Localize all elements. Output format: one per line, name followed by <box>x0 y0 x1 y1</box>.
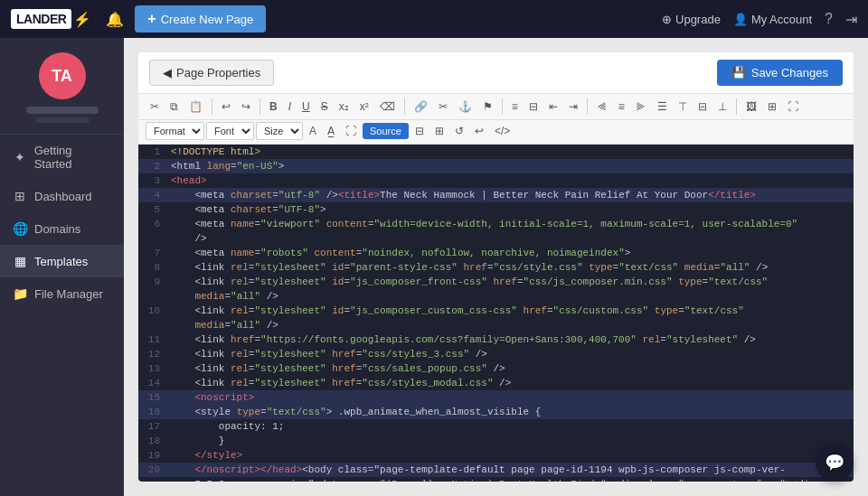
align-top-button[interactable]: ⊤ <box>674 98 692 116</box>
sidebar-item-dashboard[interactable]: ⊞ Dashboard <box>0 180 124 212</box>
align-middle-button[interactable]: ⊟ <box>693 98 712 116</box>
sidebar-item-getting-started[interactable]: ✦ Getting Started <box>0 135 124 180</box>
toolbar-separator-4 <box>502 98 503 115</box>
upgrade-label: Upgrade <box>675 13 721 26</box>
create-page-button[interactable]: + Create New Page <box>135 5 266 33</box>
table-row: 4 <meta charset="utf-8" /><title>The Nec… <box>138 188 854 202</box>
toolbar-separator <box>212 98 212 115</box>
bold-button[interactable]: B <box>265 98 282 116</box>
superscript-button[interactable]: x² <box>355 98 373 116</box>
outdent-button[interactable]: ⇤ <box>544 98 562 116</box>
expand-button[interactable]: ⛶ <box>783 98 803 116</box>
templates-icon: ▦ <box>13 254 27 268</box>
align-left-button[interactable]: ⫷ <box>592 98 612 116</box>
align-bottom-button[interactable]: ⊥ <box>713 98 731 116</box>
sidebar-item-label: Dashboard <box>34 190 92 203</box>
format-select[interactable]: Format <box>146 122 204 140</box>
table-row: 6 <meta name="viewport" content="width=d… <box>138 217 854 231</box>
bg-color-button[interactable]: A̲ <box>323 122 339 140</box>
line-number: 20 <box>138 463 167 477</box>
view-button[interactable]: ⊞ <box>430 122 448 140</box>
save-button[interactable]: 💾 Save Changes <box>717 60 843 86</box>
logo-bolt-icon: ⚡ <box>73 11 91 28</box>
table-row: 3<head> <box>138 173 854 188</box>
sidebar-item-label: Templates <box>34 255 88 268</box>
avatar-name-bar <box>26 107 99 114</box>
align-justify-button[interactable]: ☰ <box>653 98 672 116</box>
code-button[interactable]: ⊟ <box>410 122 429 140</box>
italic-button[interactable]: I <box>284 98 296 116</box>
line-content: <meta name="viewport" content="width=dev… <box>167 217 854 231</box>
getting-started-icon: ✦ <box>13 150 27 164</box>
line-number: 11 <box>138 332 167 347</box>
size-select[interactable]: Size <box>256 122 303 140</box>
sidebar-item-domains[interactable]: 🌐 Domains <box>0 212 124 245</box>
line-content: <link rel="stylesheet" id="js_composer_c… <box>167 304 854 318</box>
back-button[interactable]: ◀ Page Properties <box>149 60 274 86</box>
editor-topbar: ◀ Page Properties 💾 Save Changes <box>138 52 854 94</box>
indent-button[interactable]: ⇥ <box>564 98 582 116</box>
table-row: 10 <link rel="stylesheet" id="js_compose… <box>138 304 854 318</box>
undo-button[interactable]: ↩ <box>217 98 235 116</box>
align-center-button[interactable]: ≡ <box>614 98 629 116</box>
list-ol-button[interactable]: ⊟ <box>524 98 542 116</box>
font-select[interactable]: Font <box>206 122 254 140</box>
dashboard-icon: ⊞ <box>13 189 27 203</box>
unlink-button[interactable]: ✂ <box>434 98 452 116</box>
strikethrough-button[interactable]: S <box>316 98 333 116</box>
cut-button[interactable]: ✂ <box>146 98 164 116</box>
line-number <box>138 231 167 246</box>
undo2-button[interactable]: ↩ <box>470 122 488 140</box>
account-button[interactable]: 👤 My Account <box>733 13 812 26</box>
line-content: <link rel="stylesheet" href="css/sales_p… <box>167 361 854 376</box>
list-ul-button[interactable]: ≡ <box>507 98 523 116</box>
line-number: 1 <box>138 145 167 159</box>
logout-icon[interactable]: ⇥ <box>845 11 857 28</box>
help-icon[interactable]: ? <box>825 11 833 27</box>
link-button[interactable]: 🔗 <box>410 98 432 116</box>
copy-button[interactable]: ⧉ <box>165 98 183 116</box>
redo-button[interactable]: ↪ <box>237 98 255 116</box>
image-button[interactable]: 🖼 <box>741 98 761 116</box>
line-number: 3 <box>138 173 167 188</box>
upgrade-button[interactable]: ⊕ Upgrade <box>662 13 721 26</box>
table-row: 20 </noscript></head><body class="page-t… <box>138 463 854 477</box>
subscript-button[interactable]: x₂ <box>335 98 354 116</box>
font-color-button[interactable]: A <box>305 122 321 140</box>
eraser-button[interactable]: ⌫ <box>375 98 400 116</box>
notification-bell-icon[interactable]: 🔔 <box>106 11 124 28</box>
remove-format-button[interactable]: ↺ <box>450 122 468 140</box>
navbar-right: ⊕ Upgrade 👤 My Account ? ⇥ <box>662 11 857 28</box>
code-view-button[interactable]: </> <box>490 122 514 140</box>
save-icon: 💾 <box>731 66 746 80</box>
navbar: LANDER ⚡ 🔔 + Create New Page ⊕ Upgrade 👤… <box>0 0 868 38</box>
align-right-button[interactable]: ⫸ <box>631 98 651 116</box>
line-number: 17 <box>138 419 167 434</box>
editor-panel: ◀ Page Properties 💾 Save Changes ✂ ⧉ 📋 ↩… <box>138 52 854 482</box>
fullscreen-button[interactable]: ⛶ <box>341 122 361 140</box>
line-content: } <box>167 434 854 448</box>
table-row: 1<!DOCTYPE html> <box>138 145 854 159</box>
chat-icon: 💬 <box>825 453 844 473</box>
line-number: 15 <box>138 390 167 405</box>
table-button[interactable]: ⊞ <box>763 98 781 116</box>
line-number: 12 <box>138 347 167 361</box>
table-row: 14 <link rel="stylesheet" href="css/styl… <box>138 376 854 390</box>
line-content: 5.5.2 vc_responsive" data-name="(Presell… <box>167 477 854 482</box>
avatar: TA <box>39 52 86 99</box>
chat-bubble-button[interactable]: 💬 <box>816 444 854 482</box>
sidebar-item-templates[interactable]: ▦ Templates <box>0 245 124 277</box>
anchor-button[interactable]: ⚓ <box>454 98 476 116</box>
code-editor[interactable]: 1<!DOCTYPE html>2<html lang="en-US">3<he… <box>138 145 854 482</box>
toolbar-separator-6 <box>736 98 737 115</box>
source-button[interactable]: Source <box>363 123 409 139</box>
flag-button[interactable]: ⚑ <box>478 98 497 116</box>
line-content: <!DOCTYPE html> <box>167 145 854 159</box>
underline-button[interactable]: U <box>297 98 315 116</box>
line-content: <html lang="en-US"> <box>167 159 854 173</box>
table-row: 8 <link rel="stylesheet" id="parent-styl… <box>138 260 854 275</box>
sidebar-item-file-manager[interactable]: 📁 File Manager <box>0 277 124 310</box>
line-number: 16 <box>138 405 167 419</box>
paste-button[interactable]: 📋 <box>184 98 207 116</box>
line-number: 10 <box>138 304 167 318</box>
